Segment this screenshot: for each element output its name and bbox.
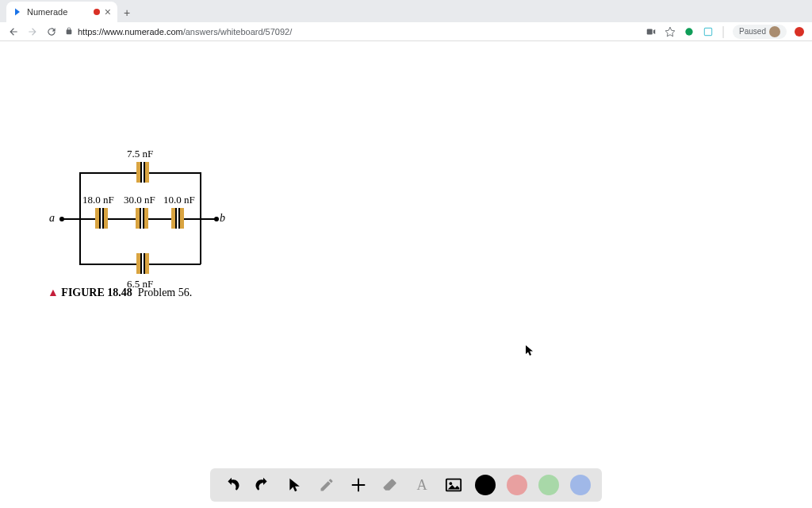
redo-button[interactable] bbox=[253, 475, 274, 495]
svg-text:A: A bbox=[416, 477, 427, 493]
cursor-icon bbox=[526, 345, 534, 360]
browser-right-icons: | Paused bbox=[645, 25, 804, 39]
image-tool[interactable] bbox=[443, 475, 464, 495]
capacitor-mid-left-label: 18.0 nF bbox=[82, 194, 114, 206]
avatar-icon bbox=[769, 26, 780, 37]
lock-icon bbox=[65, 27, 73, 37]
pointer-tool[interactable] bbox=[285, 475, 305, 495]
svg-point-5 bbox=[450, 482, 453, 485]
capacitor-mid-center-label: 30.0 nF bbox=[124, 194, 155, 206]
profile-paused[interactable]: Paused bbox=[733, 25, 787, 39]
reload-button[interactable] bbox=[46, 26, 57, 37]
notification-icon[interactable] bbox=[795, 27, 804, 37]
circuit-figure: a b 7.5 nF 6.5 nF bbox=[48, 144, 230, 299]
video-icon[interactable] bbox=[645, 26, 657, 37]
favicon-icon bbox=[13, 7, 22, 17]
whiteboard-toolbar: A bbox=[210, 468, 602, 502]
add-tool[interactable] bbox=[348, 475, 369, 495]
color-pink[interactable] bbox=[507, 475, 527, 495]
capacitor-top bbox=[136, 162, 150, 183]
whiteboard-canvas[interactable]: a b 7.5 nF 6.5 nF bbox=[0, 41, 812, 508]
svg-point-1 bbox=[685, 28, 692, 35]
back-button[interactable] bbox=[8, 26, 19, 37]
figure-label: FIGURE 18.48 bbox=[61, 287, 132, 298]
forward-button[interactable] bbox=[27, 26, 38, 37]
eraser-tool[interactable] bbox=[380, 475, 400, 495]
undo-button[interactable] bbox=[221, 475, 242, 495]
close-icon[interactable]: × bbox=[105, 6, 111, 18]
text-tool[interactable]: A bbox=[412, 475, 432, 495]
capacitor-top-label: 7.5 nF bbox=[127, 148, 153, 160]
terminal-b-label: b bbox=[220, 212, 225, 225]
capacitor-bottom bbox=[136, 253, 150, 274]
url-text: https://www.numerade.com/answers/whitebo… bbox=[78, 27, 292, 37]
url-box[interactable]: https://www.numerade.com/answers/whitebo… bbox=[65, 27, 638, 37]
star-icon[interactable] bbox=[665, 26, 676, 37]
terminal-a-label: a bbox=[49, 212, 55, 225]
capacitor-mid-right-label: 10.0 nF bbox=[163, 194, 195, 206]
extension-icon-1[interactable] bbox=[684, 26, 695, 37]
capacitor-mid-center bbox=[135, 208, 149, 229]
tab-bar: Numerade × + bbox=[0, 0, 812, 22]
svg-rect-2 bbox=[704, 28, 711, 35]
tab-title: Numerade bbox=[27, 7, 89, 17]
color-blue[interactable] bbox=[570, 475, 591, 495]
color-green[interactable] bbox=[538, 475, 559, 495]
pencil-tool[interactable] bbox=[316, 475, 337, 495]
capacitor-mid-right bbox=[170, 208, 185, 229]
address-bar: https://www.numerade.com/answers/whitebo… bbox=[0, 22, 812, 41]
capacitor-mid-left bbox=[94, 208, 109, 229]
recording-icon bbox=[94, 9, 100, 15]
browser-tab[interactable]: Numerade × bbox=[6, 2, 117, 22]
triangle-icon: ▲ bbox=[48, 287, 59, 298]
new-tab-button[interactable]: + bbox=[117, 3, 136, 22]
capacitor-bottom-label: 6.5 nF bbox=[127, 278, 153, 291]
color-black[interactable] bbox=[475, 475, 496, 495]
browser-chrome: Numerade × + https://www.numerade.com/an… bbox=[0, 0, 812, 41]
extension-icon-2[interactable] bbox=[703, 26, 714, 37]
svg-rect-0 bbox=[647, 29, 653, 34]
separator: | bbox=[722, 25, 725, 39]
paused-label: Paused bbox=[739, 27, 766, 36]
